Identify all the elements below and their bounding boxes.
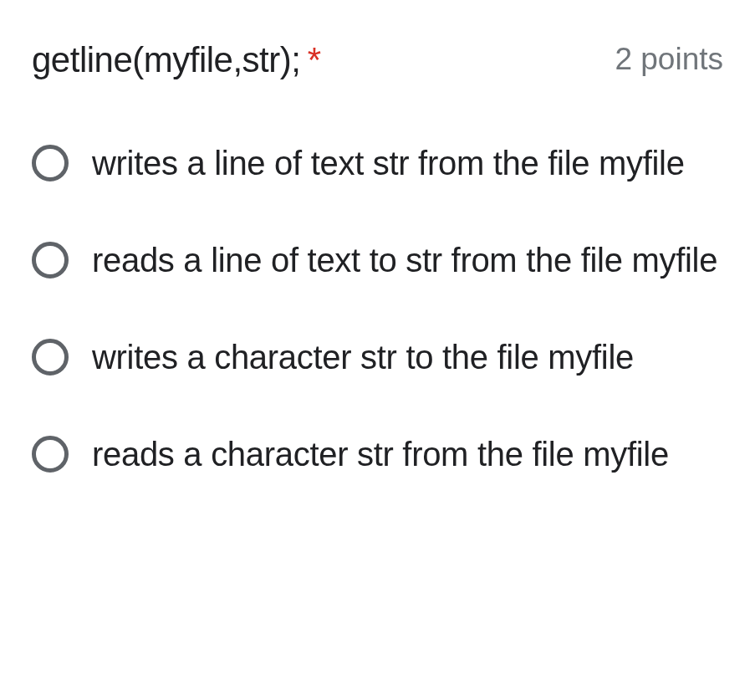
radio-icon[interactable] (32, 339, 69, 376)
option-item-3[interactable]: writes a character str to the file myfil… (32, 335, 723, 380)
points-label: 2 points (615, 42, 723, 77)
radio-icon[interactable] (32, 145, 69, 181)
option-item-1[interactable]: writes a line of text str from the file … (32, 141, 723, 186)
required-asterisk: * (308, 40, 321, 79)
option-label: writes a line of text str from the file … (92, 141, 685, 186)
question-header: getline(myfile,str); * 2 points (32, 40, 723, 80)
radio-icon[interactable] (32, 436, 69, 473)
options-list: writes a line of text str from the file … (32, 141, 723, 477)
option-item-4[interactable]: reads a character str from the file myfi… (32, 432, 723, 477)
option-label: reads a character str from the file myfi… (92, 432, 669, 477)
radio-icon[interactable] (32, 242, 69, 278)
option-label: reads a line of text to str from the fil… (92, 238, 717, 283)
option-label: writes a character str to the file myfil… (92, 335, 634, 380)
question-title: getline(myfile,str); (32, 40, 300, 79)
option-item-2[interactable]: reads a line of text to str from the fil… (32, 238, 723, 283)
question-title-wrapper: getline(myfile,str); * (32, 40, 321, 80)
